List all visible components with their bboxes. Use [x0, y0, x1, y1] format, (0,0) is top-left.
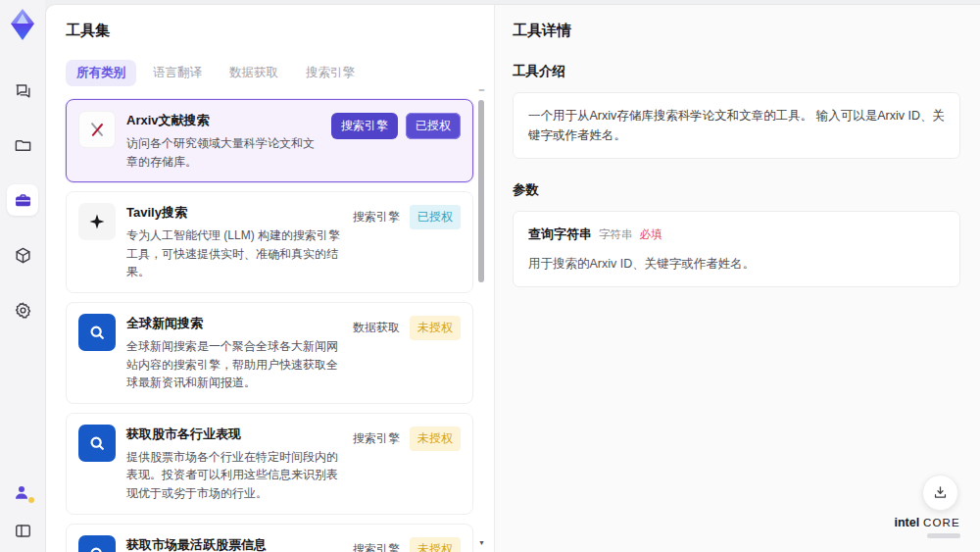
tab-search-engine[interactable]: 搜索引擎: [295, 60, 366, 86]
tool-card-global-news[interactable]: 全球新闻搜索 全球新闻搜索是一个聚合全球各大新闻网站内容的搜索引擎，帮助用户快速…: [66, 302, 473, 404]
folder-icon[interactable]: [7, 129, 38, 161]
brand-subline: [927, 533, 960, 538]
tab-data-fetch[interactable]: 数据获取: [219, 60, 289, 86]
intro-box: 一个用于从Arxiv存储库搜索科学论文和文章的工具。 输入可以是Arxiv ID…: [513, 92, 960, 159]
tool-text: 获取股市各行业表现 提供股票市场各个行业在特定时间段内的表现。投资者可以利用这些…: [126, 425, 340, 503]
status-badge: 未授权: [410, 427, 461, 451]
param-desc: 用于搜索的Arxiv ID、关键字或作者姓名。: [528, 254, 945, 274]
stock-search-icon: [78, 535, 116, 552]
detail-title: 工具详情: [513, 22, 960, 40]
app-window: 工具集 所有类别 语言翻译 数据获取 搜索引擎 Arxiv文献搜索 访问各: [0, 0, 980, 552]
download-icon: [932, 484, 949, 501]
category-tag: 搜索引擎: [351, 205, 402, 229]
tool-title: 获取市场最活跃股票信息: [126, 536, 340, 552]
tool-card-tavily[interactable]: Tavily搜索 专为人工智能代理 (LLM) 构建的搜索引擎工具，可快速提供实…: [66, 191, 473, 293]
toolbox-icon[interactable]: [7, 184, 38, 216]
stock-search-icon: [78, 425, 116, 462]
tool-desc: 访问各个研究领域大量科学论文和文章的存储库。: [126, 134, 320, 171]
tool-card-list: Arxiv文献搜索 访问各个研究领域大量科学论文和文章的存储库。 搜索引擎 已授…: [66, 99, 473, 552]
params-heading: 参数: [513, 181, 960, 199]
param-required-flag: 必填: [640, 226, 662, 243]
tab-all-categories[interactable]: 所有类别: [66, 60, 136, 86]
tool-title: Tavily搜索: [126, 204, 340, 222]
scroll-up-arrow[interactable]: ▔: [478, 90, 485, 97]
avatar-status-dot: [28, 497, 34, 503]
intro-text: 一个用于从Arxiv存储库搜索科学论文和文章的工具。 输入可以是Arxiv ID…: [528, 109, 945, 142]
brand-intel: intel: [894, 516, 919, 529]
param-type: 字符串: [599, 226, 633, 243]
sparkle-icon: [78, 203, 116, 240]
intel-core-logo: intel CORE: [894, 513, 960, 538]
list-scrollbar[interactable]: ▔ ▼: [478, 91, 485, 546]
tool-tags: 搜索引擎 未授权: [351, 425, 461, 503]
status-badge[interactable]: 已授权: [406, 113, 461, 139]
tool-text: Tavily搜索 专为人工智能代理 (LLM) 构建的搜索引擎工具，可快速提供实…: [126, 203, 340, 281]
user-avatar[interactable]: [13, 483, 32, 503]
category-tag: 搜索引擎: [351, 427, 402, 451]
tool-title: Arxiv文献搜索: [126, 112, 320, 129]
tool-tags: 搜索引擎 未授权: [351, 535, 461, 552]
tool-detail-panel: 工具详情 工具介绍 一个用于从Arxiv存储库搜索科学论文和文章的工具。 输入可…: [494, 5, 980, 552]
brand-core: CORE: [923, 517, 960, 528]
category-tag[interactable]: 搜索引擎: [331, 113, 398, 139]
page-title: 工具集: [66, 22, 494, 40]
package-icon[interactable]: [7, 239, 38, 271]
tool-desc: 全球新闻搜索是一个聚合全球各大新闻网站内容的搜索引擎，帮助用户快速获取全球最新资…: [126, 337, 340, 392]
category-tag: 数据获取: [351, 316, 402, 340]
settings-gear-icon[interactable]: [7, 294, 38, 326]
tab-translation[interactable]: 语言翻译: [142, 60, 213, 86]
rail-bottom: [11, 483, 34, 542]
status-badge: 未授权: [410, 537, 461, 552]
tool-desc: 提供股票市场各个行业在特定时间段内的表现。投资者可以利用这些信息来识别表现优于或…: [126, 448, 340, 503]
param-head: 查询字符串 字符串 必填: [528, 225, 945, 245]
param-name: 查询字符串: [528, 225, 592, 245]
category-tag: 搜索引擎: [351, 537, 402, 552]
news-search-icon: [78, 314, 116, 351]
chat-icon[interactable]: [7, 75, 38, 106]
rail-nav: [7, 75, 38, 326]
left-rail: [0, 0, 45, 552]
scrollbar-thumb[interactable]: [478, 100, 484, 282]
category-tabs: 所有类别 语言翻译 数据获取 搜索引擎: [66, 60, 494, 86]
tool-card-arxiv[interactable]: Arxiv文献搜索 访问各个研究领域大量科学论文和文章的存储库。 搜索引擎 已授…: [66, 99, 473, 182]
tool-text: Arxiv文献搜索 访问各个研究领域大量科学论文和文章的存储库。: [126, 111, 320, 171]
download-button[interactable]: [922, 475, 958, 511]
scroll-down-arrow[interactable]: ▼: [478, 539, 485, 546]
tool-title: 获取股市各行业表现: [126, 426, 340, 443]
tool-tags: 数据获取 未授权: [351, 314, 461, 392]
arxiv-logo-icon: [78, 111, 116, 148]
content-shell: 工具集 所有类别 语言翻译 数据获取 搜索引擎 Arxiv文献搜索 访问各: [45, 4, 980, 552]
tool-desc: 专为人工智能代理 (LLM) 构建的搜索引擎工具，可快速提供实时、准确和真实的结…: [126, 226, 340, 281]
status-badge: 未授权: [410, 316, 461, 340]
tool-text: 全球新闻搜索 全球新闻搜索是一个聚合全球各大新闻网站内容的搜索引擎，帮助用户快速…: [126, 314, 340, 392]
tool-card-sector-performance[interactable]: 获取股市各行业表现 提供股票市场各个行业在特定时间段内的表现。投资者可以利用这些…: [66, 413, 473, 515]
tool-card-most-active-stocks[interactable]: 获取市场最活跃股票信息 提供当天交易量最高的股票列表，投资者可以利用这些信息来识…: [66, 524, 473, 552]
toolset-panel: 工具集 所有类别 语言翻译 数据获取 搜索引擎 Arxiv文献搜索 访问各: [46, 5, 494, 552]
tool-title: 全球新闻搜索: [126, 315, 340, 332]
app-logo[interactable]: [9, 8, 36, 41]
tool-text: 获取市场最活跃股票信息 提供当天交易量最高的股票列表，投资者可以利用这些信息来识…: [126, 535, 340, 552]
status-badge: 已授权: [410, 205, 461, 229]
intro-heading: 工具介绍: [513, 63, 960, 80]
param-box: 查询字符串 字符串 必填 用于搜索的Arxiv ID、关键字或作者姓名。: [513, 211, 960, 287]
tool-tags: 搜索引擎 已授权: [331, 111, 461, 171]
tool-tags: 搜索引擎 已授权: [351, 203, 461, 281]
collapse-sidebar-icon[interactable]: [11, 519, 34, 542]
